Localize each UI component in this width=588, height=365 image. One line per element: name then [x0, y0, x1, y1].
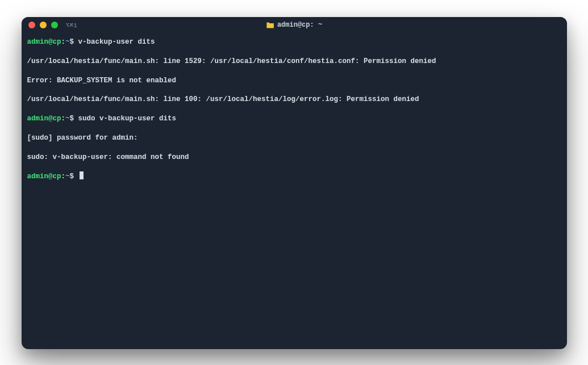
window-title-text: admin@cp: ~: [277, 21, 322, 29]
prompt-colon: :: [61, 38, 66, 46]
terminal-line: sudo: v-backup-user: command not found: [27, 153, 561, 162]
minimize-button[interactable]: [40, 22, 47, 28]
output-text: /usr/local/hestia/func/main.sh: line 100…: [27, 95, 419, 103]
terminal-line: admin@cp:~$ sudo v-backup-user dits: [27, 114, 561, 124]
output-text: /usr/local/hestia/func/main.sh: line 152…: [27, 57, 436, 65]
prompt-colon: :: [61, 115, 66, 123]
prompt-symbol: $: [70, 115, 78, 123]
prompt-colon: :: [61, 173, 66, 181]
maximize-button[interactable]: [51, 22, 58, 28]
terminal-window: ⌥⌘1 admin@cp: ~ admin@cp:~$ v-backup-use…: [22, 17, 567, 349]
terminal-line: /usr/local/hestia/func/main.sh: line 152…: [27, 57, 561, 66]
prompt-path: ~: [65, 115, 70, 123]
terminal-line: admin@cp:~$ v-backup-user dits: [27, 37, 561, 47]
output-text: sudo: v-backup-user: command not found: [27, 153, 189, 161]
prompt-path: ~: [65, 173, 70, 181]
terminal-line: /usr/local/hestia/func/main.sh: line 100…: [27, 95, 561, 104]
terminal-line: Error: BACKUP_SYSTEM is not enabled: [27, 76, 561, 86]
output-text: [sudo] password for admin:: [27, 134, 138, 142]
traffic-lights: [28, 22, 58, 28]
terminal-body[interactable]: admin@cp:~$ v-backup-user dits /usr/loca…: [22, 33, 567, 349]
titlebar[interactable]: ⌥⌘1 admin@cp: ~: [22, 17, 567, 33]
tab-shortcut-label: ⌥⌘1: [66, 22, 78, 29]
folder-icon: [266, 22, 274, 28]
terminal-line: admin@cp:~$: [27, 171, 561, 182]
window-title: admin@cp: ~: [266, 21, 322, 29]
prompt-user-host: admin@cp: [27, 173, 61, 181]
close-button[interactable]: [28, 22, 35, 28]
prompt-symbol: $: [70, 38, 78, 46]
command-text: v-backup-user dits: [78, 38, 155, 46]
cursor: [80, 171, 84, 179]
command-text: sudo v-backup-user dits: [78, 115, 177, 123]
prompt-user-host: admin@cp: [27, 115, 61, 123]
prompt-user-host: admin@cp: [27, 38, 61, 46]
terminal-line: [sudo] password for admin:: [27, 133, 561, 143]
prompt-path: ~: [65, 38, 70, 46]
prompt-symbol: $: [70, 173, 78, 181]
output-text: Error: BACKUP_SYSTEM is not enabled: [27, 77, 177, 85]
